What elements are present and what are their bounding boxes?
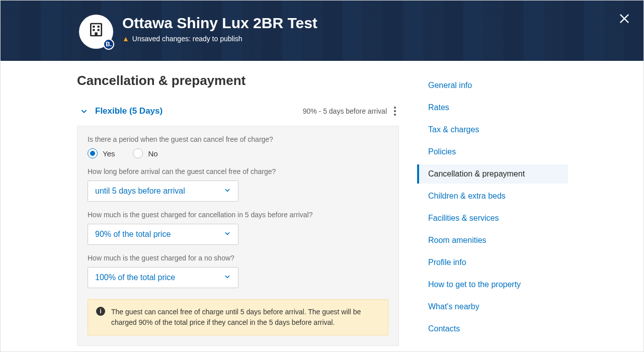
close-button[interactable]: [617, 12, 631, 26]
nav-policies[interactable]: Policies: [417, 142, 568, 161]
radio-dot-icon: [88, 148, 98, 158]
svg-rect-4: [98, 29, 100, 31]
radio-no-label: No: [148, 149, 157, 158]
nav-rates[interactable]: Rates: [417, 98, 568, 117]
accordion-flexible-summary: 90% - 5 days before arrival: [303, 107, 387, 115]
question-no-show: How much is the guest charged for a no s…: [88, 254, 388, 262]
select-no-show-value: 100% of the total price: [95, 273, 175, 282]
section-nav: General info Rates Tax & charges Policie…: [417, 76, 568, 338]
question-how-long: How long before arrival can the guest ca…: [88, 167, 388, 175]
info-callout: i The guest can cancel free of charge un…: [88, 299, 388, 335]
svg-rect-5: [95, 32, 97, 36]
nav-profile-info[interactable]: Profile info: [417, 253, 568, 272]
select-charge-cancel[interactable]: 90% of the total price: [88, 224, 238, 245]
select-how-long[interactable]: until 5 days before arrival: [88, 181, 238, 202]
question-charge-cancel: How much is the guest charged for cancel…: [88, 211, 388, 219]
property-title: Ottawa Shiny Lux 2BR Test: [122, 15, 643, 32]
header-banner: B. Ottawa Shiny Lux 2BR Test ▲ Unsaved c…: [1, 1, 643, 61]
nav-contacts[interactable]: Contacts: [417, 319, 568, 338]
info-callout-text: The guest can cancel free of charge unti…: [111, 307, 380, 328]
select-charge-cancel-value: 90% of the total price: [95, 230, 171, 239]
unsaved-status: Unsaved changes: ready to publish: [132, 35, 243, 43]
nav-cancellation-prepayment[interactable]: Cancellation & prepayment: [417, 164, 568, 184]
nav-whats-nearby[interactable]: What's nearby: [417, 297, 568, 316]
chevron-down-icon: [224, 187, 231, 196]
question-free-cancel: Is there a period when the guest can can…: [88, 135, 388, 143]
info-icon: i: [96, 307, 105, 316]
building-icon: [88, 22, 104, 42]
radio-no[interactable]: No: [133, 148, 157, 158]
channel-badge: B.: [103, 39, 114, 50]
chevron-down-icon: [80, 107, 88, 115]
page-title: Cancellation & prepayment: [77, 73, 399, 89]
nav-how-to-get[interactable]: How to get to the property: [417, 275, 568, 294]
radio-yes-label: Yes: [103, 149, 115, 158]
nav-children-extra-beds[interactable]: Children & extra beds: [417, 187, 568, 206]
select-no-show[interactable]: 100% of the total price: [88, 267, 238, 288]
svg-rect-3: [93, 29, 95, 31]
nav-tax-charges[interactable]: Tax & charges: [417, 120, 568, 139]
nav-general-info[interactable]: General info: [417, 76, 568, 95]
property-avatar: B.: [79, 15, 113, 49]
flexible-panel: Is there a period when the guest can can…: [77, 126, 399, 346]
select-how-long-value: until 5 days before arrival: [95, 187, 185, 196]
warning-icon: ▲: [122, 35, 129, 43]
nav-facilities-services[interactable]: Facilities & services: [417, 209, 568, 228]
radio-dot-icon: [133, 148, 143, 158]
svg-rect-2: [98, 26, 100, 28]
accordion-flexible-header[interactable]: Flexible (5 Days) 90% - 5 days before ar…: [77, 100, 399, 123]
flexible-menu-button[interactable]: [392, 105, 396, 118]
chevron-down-icon: [224, 230, 231, 239]
chevron-down-icon: [224, 273, 231, 282]
nav-room-amenities[interactable]: Room amenities: [417, 231, 568, 250]
radio-yes[interactable]: Yes: [88, 148, 115, 158]
svg-rect-1: [93, 26, 95, 28]
accordion-flexible-label: Flexible (5 Days): [95, 106, 163, 116]
